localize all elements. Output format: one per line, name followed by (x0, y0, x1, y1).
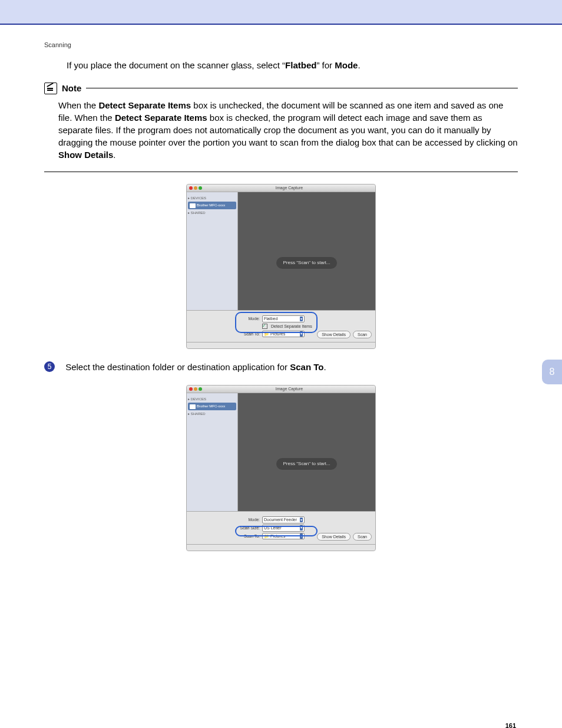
note-t4: . (113, 150, 115, 160)
top-banner (0, 0, 562, 25)
note-icon (44, 83, 57, 94)
intro-text-1: If you place the document on the scanner… (67, 60, 285, 70)
devices-category: ▸ DEVICES (188, 397, 236, 401)
window-controls[interactable] (189, 387, 202, 391)
scan-prompt: Press "Scan" to start... (276, 458, 338, 469)
note-title: Note (62, 82, 81, 94)
mode-label: Mode: (239, 517, 260, 523)
note-t1: When the (58, 100, 98, 110)
devices-category: ▸ DEVICES (188, 196, 236, 200)
step-t2: . (323, 362, 326, 372)
window-title: Image Capture (206, 386, 373, 392)
section-heading: Scanning (44, 41, 562, 48)
note-b3: Show Details (58, 150, 113, 160)
note-rule (86, 88, 518, 88)
scan-button[interactable]: Scan (353, 331, 372, 339)
step-b1: Scan To (290, 362, 323, 372)
note-body: When the Detect Separate Items box is un… (58, 99, 518, 161)
step-number-icon: 5 (44, 361, 55, 372)
screenshot-1: Image Capture ▸ DEVICES Brother MFC-xxxx… (186, 184, 376, 349)
note-end-rule (44, 172, 518, 172)
intro-paragraph: If you place the document on the scanner… (67, 59, 518, 71)
intro-text-2: ” for (316, 60, 335, 70)
intro-text-3: . (358, 60, 360, 70)
page-number: 161 (505, 722, 516, 728)
scan-button[interactable]: Scan (353, 533, 372, 541)
scan-prompt: Press "Scan" to start... (276, 257, 338, 268)
screenshot-2: Image Capture ▸ DEVICES Brother MFC-xxxx… (186, 385, 376, 551)
note-b2: Detect Separate Items (115, 113, 207, 123)
show-details-button[interactable]: Show Details (317, 533, 351, 541)
chapter-tab: 8 (542, 360, 562, 384)
mode-select[interactable]: Document Feeder▾ (262, 516, 305, 523)
step-t1: Select the destination folder or destina… (65, 362, 290, 372)
intro-mode: Mode (335, 60, 358, 70)
shared-category: ▸ SHARED (188, 411, 236, 416)
device-item[interactable]: Brother MFC-xxxx (188, 403, 236, 410)
device-item[interactable]: Brother MFC-xxxx (188, 202, 236, 209)
window-title: Image Capture (206, 185, 373, 191)
shared-category: ▸ SHARED (188, 210, 236, 215)
intro-flatbed: Flatbed (285, 60, 316, 70)
window-controls[interactable] (189, 186, 202, 190)
note-b1: Detect Separate Items (98, 100, 191, 110)
detect-checkbox[interactable] (262, 324, 267, 329)
step-5: 5 Select the destination folder or desti… (44, 360, 518, 373)
show-details-button[interactable]: Show Details (317, 331, 351, 339)
page-body: Scanning If you place the document on th… (0, 41, 562, 728)
